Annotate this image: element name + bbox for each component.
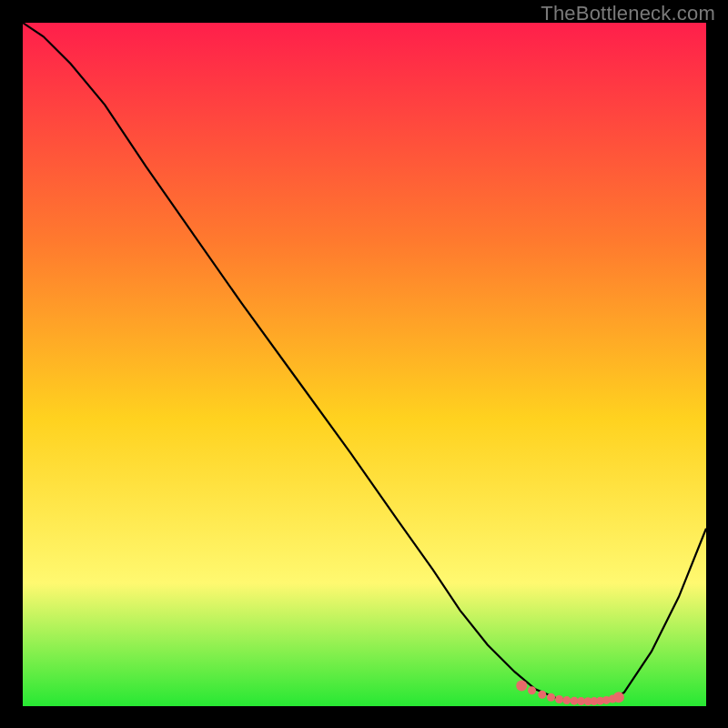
marker-point <box>613 692 624 703</box>
chart-frame: TheBottleneck.com <box>0 0 728 728</box>
marker-point <box>555 695 563 703</box>
marker-point <box>528 686 536 694</box>
gradient-background <box>23 23 706 706</box>
marker-point <box>547 693 555 702</box>
plot-area <box>23 23 706 706</box>
marker-point <box>538 691 546 699</box>
bottleneck-chart <box>23 23 706 706</box>
marker-point <box>516 680 527 691</box>
marker-point <box>562 696 571 704</box>
